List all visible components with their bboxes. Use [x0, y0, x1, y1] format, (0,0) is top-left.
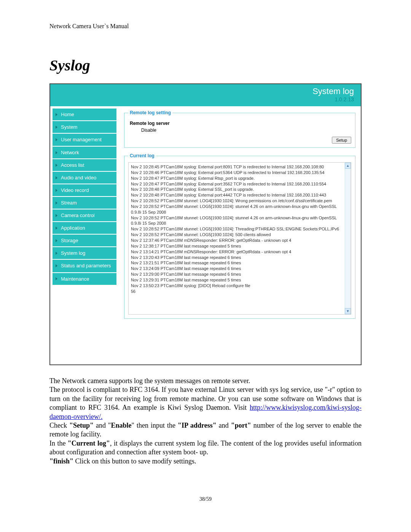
- current-log-legend: Current log: [128, 153, 156, 158]
- version-label: 1.0.2.13: [335, 96, 354, 102]
- embedded-screenshot: System log 1.0.2.13 Home System User man…: [49, 83, 362, 365]
- log-line: Nov 2 10:28:47 PTCam18M syslog: External…: [131, 176, 344, 181]
- log-line: Nov 2 10:28:52 PTCam18M stunnel: LOG5[19…: [131, 215, 344, 227]
- section-title: Syslog: [49, 56, 362, 74]
- main-panel: Remote log setting Remote log server Dis…: [119, 106, 361, 364]
- log-line: Nov 2 13:14:21 PTCam18M mDNSResponder: E…: [131, 249, 344, 255]
- nav-video-record[interactable]: Video record: [53, 184, 116, 196]
- log-line: Nov 2 10:28:47 PTCam18M syslog: External…: [131, 181, 344, 187]
- remote-log-panel: Remote log setting Remote log server Dis…: [124, 110, 355, 148]
- log-line: Nov 2 10:28:46 PTCam18M syslog: External…: [131, 170, 344, 176]
- t: and: [217, 422, 231, 429]
- log-line: 56: [131, 289, 344, 294]
- app-header: System log 1.0.2.13: [50, 84, 361, 106]
- sidebar: Home System User management Network Acce…: [50, 106, 119, 364]
- log-line: Nov 2 10:28:52 PTCam18M stunnel: LOG5[19…: [131, 226, 344, 232]
- t: In the: [49, 439, 68, 447]
- setup-term: "Setup": [69, 422, 94, 429]
- log-line: Nov 2 12:37:46 PTCam18M mDNSResponder: E…: [131, 238, 344, 243]
- para-4: In the "Current log", it displays the cu…: [49, 439, 362, 457]
- t: " then input the: [132, 422, 178, 429]
- nav-system-log[interactable]: System log: [53, 247, 116, 259]
- log-line: Nov 2 12:38:17 PTCam18M last message rep…: [131, 243, 344, 249]
- log-line: Nov 2 13:21:51 PTCam18M last message rep…: [131, 260, 344, 266]
- t: Click on this button to save modify sett…: [73, 457, 196, 465]
- setup-button[interactable]: Setup: [332, 137, 351, 144]
- page-number: 38/59: [49, 496, 362, 502]
- nav-network[interactable]: Network: [53, 147, 116, 158]
- log-textarea[interactable]: ▲ ▼ Nov 2 10:28:45 PTCam18M syslog: Exte…: [128, 162, 351, 315]
- scroll-up-icon[interactable]: ▲: [345, 163, 351, 169]
- ip-term: "IP address": [178, 422, 217, 429]
- scroll-down-icon[interactable]: ▼: [345, 308, 351, 314]
- currentlog-term: "Current log": [68, 439, 110, 447]
- nav-storage[interactable]: Storage: [53, 235, 116, 246]
- log-line: Nov 2 13:50:23 PTCam18M syslog: [DIDO] R…: [131, 283, 344, 289]
- para-1: The Network camera supports log the syst…: [49, 377, 362, 385]
- nav-audio-video[interactable]: Audio and video: [53, 172, 116, 184]
- nav-status-parameters[interactable]: Status and parameters: [53, 260, 116, 272]
- body-text: The Network camera supports log the syst…: [49, 377, 362, 466]
- para-2: The protocol is compliant to RFC 3164. I…: [49, 385, 362, 421]
- scroll-track[interactable]: [345, 169, 351, 308]
- log-line: Nov 2 10:28:45 PTCam18M syslog: External…: [131, 164, 344, 170]
- log-line: Nov 2 13:29:00 PTCam18M last message rep…: [131, 272, 344, 277]
- doc-header: Network Camera User`s Manual: [49, 23, 362, 30]
- t: Check: [49, 422, 69, 429]
- log-line: Nov 2 10:28:48 PTCam18M syslog: External…: [131, 192, 344, 198]
- log-line: Nov 2 13:20:43 PTCam18M last message rep…: [131, 255, 344, 260]
- port-term: "port": [231, 422, 251, 429]
- para-3: Check "Setup" and "Enable" then input th…: [49, 421, 362, 439]
- nav-application[interactable]: Application: [53, 222, 116, 234]
- finish-term: "finish": [49, 457, 73, 465]
- current-log-panel: Current log ▲ ▼ Nov 2 10:28:45 PTCam18M …: [124, 153, 355, 319]
- log-line: Nov 2 10:28:52 PTCam18M stunnel: LOG4[19…: [131, 198, 344, 204]
- nav-camera-control[interactable]: Camera control: [53, 209, 116, 221]
- log-line: Nov 2 13:24:09 PTCam18M last message rep…: [131, 266, 344, 272]
- nav-maintenance[interactable]: Maintenance: [53, 273, 116, 285]
- nav-system[interactable]: System: [53, 121, 116, 133]
- log-line: Nov 2 13:29:31 PTCam18M last message rep…: [131, 277, 344, 283]
- remote-log-server-value: Disable: [141, 128, 351, 133]
- nav-home[interactable]: Home: [53, 109, 116, 120]
- para-5: "finish" Click on this button to save mo…: [49, 457, 362, 466]
- remote-log-legend: Remote log setting: [128, 110, 172, 115]
- remote-log-server-label: Remote log server: [130, 121, 170, 126]
- nav-access-list[interactable]: Access list: [53, 159, 116, 171]
- enable-term: Enable: [111, 422, 131, 429]
- log-line: Nov 2 10:28:52 PTCam18M stunnel: LOG5[19…: [131, 232, 344, 238]
- log-line: Nov 2 10:28:52 PTCam18M stunnel: LOG5[19…: [131, 204, 344, 215]
- page-title: System log: [312, 86, 354, 96]
- t: and ": [94, 422, 111, 429]
- log-line: Nov 2 10:28:48 PTCam18M syslog: External…: [131, 187, 344, 192]
- nav-stream[interactable]: Stream: [53, 197, 116, 209]
- nav-user-management[interactable]: User management: [53, 134, 116, 146]
